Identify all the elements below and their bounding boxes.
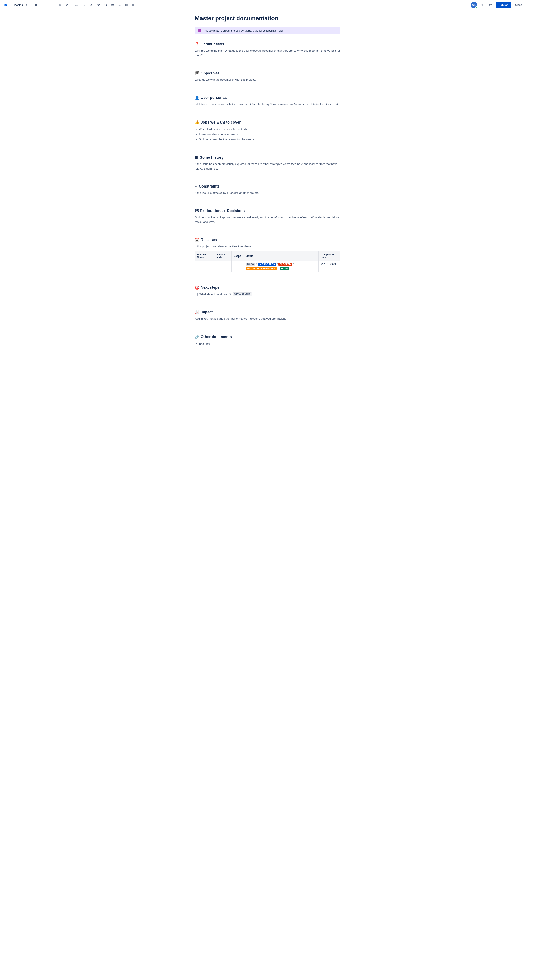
more-insert-button[interactable]: + [138, 2, 144, 8]
set-status-button[interactable]: SET A STATUS [233, 293, 252, 296]
close-button[interactable]: Close [513, 2, 524, 8]
toolbar: Heading 2 ▾ B I ··· A 1.2. ☑ @ ☺ + CK + [0, 0, 535, 10]
page-title: Master project documentation [195, 15, 340, 22]
bullet-list-button[interactable] [74, 2, 80, 8]
status-badge-todo[interactable]: TO DO [246, 262, 256, 266]
separator: / [278, 267, 278, 270]
more-options-button[interactable]: ··· [526, 2, 532, 8]
cell-completed-date: Jan 21, 2020 [319, 261, 340, 272]
col-status: Status [243, 251, 319, 261]
task-button[interactable]: ☑ [88, 2, 94, 8]
task-text: What should we do next? [199, 292, 231, 297]
cell-status: TO DO / IN PROGRESS / BLOCKED / WAITING … [243, 261, 319, 272]
column-button[interactable] [131, 2, 137, 8]
text-color-label: A [66, 3, 68, 6]
more-formatting-button[interactable]: ··· [47, 2, 53, 8]
mention-button[interactable]: @ [109, 2, 116, 8]
svg-rect-24 [489, 4, 492, 6]
list-item: So I can <describe the reason for the ne… [199, 137, 340, 142]
col-completed-date: Completed date [319, 251, 340, 261]
page-content: Master project documentation 🟣 This temp… [188, 0, 347, 371]
releases-title: Releases [201, 238, 217, 242]
unmet-needs-title: Unmet needs [201, 42, 224, 46]
text-color-button[interactable]: A [64, 2, 70, 8]
chevron-down-icon: ▾ [26, 3, 27, 6]
section-some-history: 🗓 Some history If the issue has been pre… [195, 155, 340, 171]
table-button[interactable] [124, 2, 130, 8]
svg-rect-2 [59, 5, 62, 6]
emoji-button[interactable]: ☺ [116, 2, 123, 8]
cell-release-name [195, 261, 214, 272]
status-badges-container: TO DO / IN PROGRESS / BLOCKED / WAITING … [246, 262, 316, 270]
svg-point-4 [75, 4, 76, 5]
bold-button[interactable]: B [33, 2, 39, 8]
status-badge-inprogress[interactable]: IN PROGRESS [258, 262, 276, 266]
separator: / [277, 263, 278, 266]
cell-value-adds [214, 261, 232, 272]
table-header-row: Release Name Value it adds Scope Status … [195, 251, 340, 261]
publish-button[interactable]: Publish [496, 2, 511, 8]
svg-rect-13 [84, 5, 86, 5]
section-releases: 📅 Releases If this project has releases,… [195, 237, 340, 272]
svg-rect-3 [59, 6, 60, 6]
section-objectives: 🏁 Objectives What do we want to accompli… [195, 71, 340, 82]
divider-1 [31, 3, 31, 7]
section-next-steps: 🎯 Next steps What should we do next? SET… [195, 285, 340, 297]
status-badge-blocked[interactable]: BLOCKED [278, 262, 292, 266]
cell-scope [231, 261, 243, 272]
list-item: When I <describe the specific context> [199, 127, 340, 132]
some-history-emoji: 🗓 [195, 155, 198, 160]
avatar-initials: CK [472, 3, 476, 6]
other-docs-list: Example [199, 341, 340, 346]
task-checkbox[interactable] [195, 293, 198, 296]
jobs-emoji: 👍 [195, 120, 199, 124]
status-badge-done[interactable]: DONE [280, 267, 289, 270]
svg-point-8 [75, 5, 76, 6]
unmet-needs-body: Why are we doing this? What does the use… [195, 48, 340, 57]
heading-style-label: Heading 2 [13, 3, 25, 6]
explorations-title: Explorations + Decisions [200, 208, 245, 213]
jobs-list: When I <describe the specific context> I… [199, 127, 340, 142]
heading-style-dropdown[interactable]: Heading 2 ▾ [11, 2, 29, 8]
svg-rect-17 [125, 4, 128, 6]
svg-rect-5 [76, 4, 78, 5]
list-item: I want to <describe user need> [199, 132, 340, 137]
add-collaborator-button[interactable]: + [479, 2, 486, 8]
align-button[interactable] [57, 2, 63, 8]
svg-rect-1 [59, 5, 60, 5]
confluence-logo [3, 2, 8, 8]
releases-intro: If this project has releases, outline th… [195, 244, 340, 249]
user-personas-body: Which one of our personas is the main ta… [195, 102, 340, 107]
italic-button[interactable]: I [40, 2, 46, 8]
mural-icon: 🟣 [198, 29, 201, 32]
objectives-emoji: 🏁 [195, 71, 199, 75]
user-personas-heading: 👤 User personas [195, 95, 340, 100]
svg-rect-22 [132, 4, 133, 6]
number-list-button[interactable]: 1.2. [81, 2, 87, 8]
jobs-title: Jobs we want to cover [201, 120, 241, 124]
version-history-button[interactable] [487, 2, 494, 8]
toolbar-right: CK + Publish Close ··· [471, 2, 532, 8]
impact-body: Add in key metrics and other performance… [195, 317, 340, 321]
section-constraints: Constraints If this issue is affected by… [195, 184, 340, 195]
some-history-body: If the issue has been previously explore… [195, 162, 340, 171]
section-jobs: 👍 Jobs we want to cover When I <describe… [195, 120, 340, 142]
unmet-needs-heading: ❓ Unmet needs [195, 42, 340, 46]
releases-table: Release Name Value it adds Scope Status … [195, 251, 340, 272]
some-history-title: Some history [200, 155, 224, 160]
col-release-name: Release Name [195, 251, 214, 261]
svg-rect-7 [76, 5, 78, 5]
link-button[interactable] [95, 2, 102, 8]
impact-heading: 📈 Impact [195, 310, 340, 314]
unmet-needs-emoji: ❓ [195, 42, 199, 46]
media-button[interactable] [102, 2, 108, 8]
impact-emoji: 📈 [195, 310, 199, 314]
explorations-heading: 🗺 Explorations + Decisions [195, 208, 340, 213]
notice-banner: 🟣 This template is brought to you by Mur… [195, 27, 340, 34]
svg-rect-14 [84, 6, 86, 6]
objectives-body: What do we want to accomplish with this … [195, 78, 340, 82]
svg-rect-15 [104, 4, 106, 6]
jobs-heading: 👍 Jobs we want to cover [195, 120, 340, 124]
status-badge-waiting[interactable]: WAITING FOR FEEDBACK [246, 267, 277, 270]
user-avatar[interactable]: CK [471, 2, 477, 8]
